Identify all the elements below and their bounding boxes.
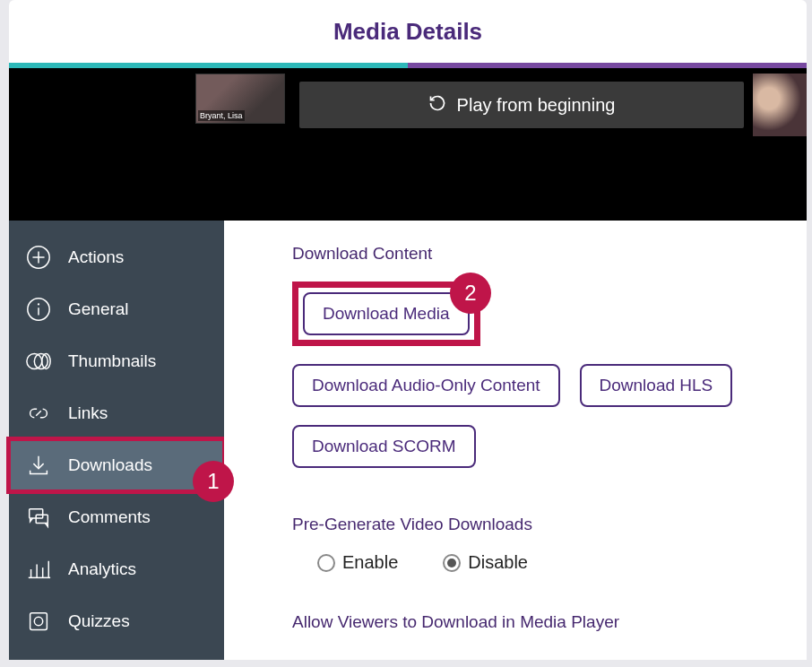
download-scorm-button[interactable]: Download SCORM	[292, 425, 476, 468]
svg-point-4	[38, 303, 39, 305]
svg-point-7	[34, 354, 48, 369]
svg-rect-17	[30, 613, 48, 630]
pregenerate-radio-group: Enable Disable	[317, 552, 773, 573]
callout-1: 1	[193, 461, 234, 502]
sidebar-item-label: Comments	[68, 507, 151, 527]
modal-title: Media Details	[333, 18, 482, 46]
play-from-beginning-button[interactable]: Play from beginning	[299, 82, 744, 128]
download-media-button[interactable]: Download Media	[303, 292, 470, 335]
quiz-icon	[25, 608, 52, 635]
bar-chart-icon	[25, 556, 52, 583]
sidebar-item-label: Actions	[68, 247, 124, 267]
download-hls-button[interactable]: Download HLS	[580, 364, 733, 407]
download-icon	[25, 452, 52, 479]
svg-point-18	[34, 617, 42, 625]
callout-2: 2	[450, 273, 491, 314]
sidebar-item-links[interactable]: Links	[9, 387, 224, 439]
link-icon	[25, 400, 52, 427]
participant-name-label: Bryant, Lisa	[198, 110, 245, 121]
modal-header: Media Details	[9, 0, 807, 63]
download-audio-button[interactable]: Download Audio-Only Content	[292, 364, 560, 407]
sidebar-item-general[interactable]: General	[9, 283, 224, 335]
participant-thumbnail-2	[753, 74, 807, 136]
download-content-title: Download Content	[292, 244, 773, 264]
content-row: Actions General Thumbnails Links	[9, 221, 807, 660]
pregenerate-title: Pre-Generate Video Downloads	[292, 515, 773, 534]
thumbnails-icon	[25, 348, 52, 375]
radio-enable-label: Enable	[342, 552, 398, 573]
pregenerate-section: Pre-Generate Video Downloads Enable Disa…	[292, 515, 773, 573]
sidebar-item-label: Downloads	[68, 455, 152, 475]
radio-icon	[443, 554, 461, 572]
allow-download-title: Allow Viewers to Download in Media Playe…	[292, 612, 773, 632]
svg-rect-11	[36, 515, 48, 523]
sidebar-item-label: General	[68, 299, 129, 319]
reload-icon	[428, 94, 446, 117]
sidebar-item-label: Quizzes	[68, 611, 130, 631]
sidebar-item-actions[interactable]: Actions	[9, 231, 224, 283]
allow-download-section: Allow Viewers to Download in Media Playe…	[292, 612, 773, 632]
sidebar-item-thumbnails[interactable]: Thumbnails	[9, 335, 224, 387]
radio-disable[interactable]: Disable	[443, 552, 528, 573]
sidebar-item-analytics[interactable]: Analytics	[9, 543, 224, 595]
sidebar-item-quizzes[interactable]: Quizzes	[9, 595, 224, 647]
sidebar: Actions General Thumbnails Links	[9, 221, 224, 660]
sidebar-item-label: Links	[68, 403, 108, 423]
radio-disable-label: Disable	[468, 552, 528, 573]
main-panel: Download Content Download Media Download…	[224, 221, 807, 660]
radio-enable[interactable]: Enable	[317, 552, 398, 573]
video-player-area: Bryant, Lisa Play from beginning	[9, 68, 807, 221]
plus-circle-icon	[25, 244, 52, 271]
play-from-beginning-label: Play from beginning	[457, 95, 616, 116]
sidebar-item-downloads[interactable]: Downloads	[9, 439, 224, 491]
comments-icon	[25, 504, 52, 531]
sidebar-item-label: Analytics	[68, 559, 136, 579]
sidebar-item-label: Thumbnails	[68, 351, 156, 371]
participant-thumbnail: Bryant, Lisa	[195, 74, 285, 124]
radio-icon	[317, 554, 335, 572]
sidebar-item-comments[interactable]: Comments	[9, 491, 224, 543]
media-details-modal: Media Details Bryant, Lisa Play from beg…	[9, 0, 807, 660]
info-circle-icon	[25, 296, 52, 323]
